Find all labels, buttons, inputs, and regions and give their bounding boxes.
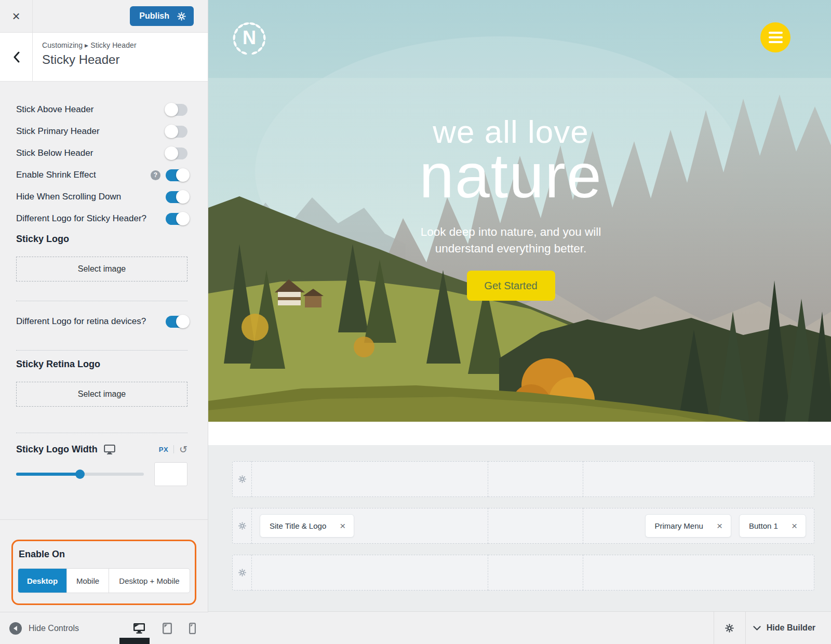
enable-on-mobile-button[interactable]: Mobile bbox=[67, 569, 109, 593]
enable-on-button-group: Desktop Mobile Desktop + Mobile bbox=[18, 568, 190, 593]
collapse-arrow-icon bbox=[9, 622, 22, 635]
breadcrumb: Customizing ▸ Sticky Header bbox=[42, 41, 137, 49]
toggle-retina-logo[interactable] bbox=[166, 316, 187, 328]
back-button[interactable] bbox=[0, 33, 33, 81]
publish-label: Publish bbox=[139, 11, 169, 21]
builder-cell-left[interactable]: Site Title & Logo × bbox=[252, 508, 488, 544]
enable-on-desktop-mobile-button[interactable]: Desktop + Mobile bbox=[109, 569, 190, 593]
select-sticky-retina-logo-button[interactable]: Select image bbox=[16, 382, 187, 407]
setting-label: Different Logo for retina devices? bbox=[16, 316, 166, 327]
publish-settings-gear-icon[interactable] bbox=[177, 11, 186, 21]
toggle-knob bbox=[165, 146, 178, 160]
toggle-hide-when-scrolling-down[interactable] bbox=[166, 191, 187, 203]
mobile-preview-icon[interactable] bbox=[189, 623, 196, 634]
toggle-knob bbox=[176, 212, 190, 225]
enable-on-desktop-button[interactable]: Desktop bbox=[18, 569, 67, 593]
customizer-topbar: × Publish bbox=[0, 0, 208, 33]
publish-button[interactable]: Publish bbox=[130, 6, 194, 26]
setting-label: Stick Below Header bbox=[16, 148, 166, 158]
header-builder: Site Title & Logo × Primary Menu × Butto… bbox=[208, 445, 831, 611]
reset-icon[interactable]: ↺ bbox=[179, 445, 187, 454]
setting-stick-below-header: Stick Below Header bbox=[16, 146, 187, 160]
page-title: Sticky Header bbox=[42, 52, 137, 67]
customizer-sidebar: × Publish Customizing ▸ Sticky Header St… bbox=[0, 0, 208, 644]
setting-different-logo-sticky-header: Different Logo for Sticky Header? bbox=[16, 212, 187, 225]
toggle-different-logo-sticky-header[interactable] bbox=[166, 213, 187, 225]
setting-stick-above-header: Stick Above Header bbox=[16, 103, 187, 116]
chip-button-1[interactable]: Button 1 × bbox=[739, 514, 806, 538]
row-settings-button[interactable] bbox=[232, 555, 252, 591]
hero-heading-line2: nature bbox=[208, 150, 813, 201]
slider-thumb[interactable] bbox=[75, 469, 85, 479]
wordpress-customizer: × Publish Customizing ▸ Sticky Header St… bbox=[0, 0, 831, 644]
logo-width-input[interactable] bbox=[154, 462, 187, 486]
sticky-logo-width-heading: Sticky Logo Width bbox=[16, 444, 98, 455]
setting-hide-when-scrolling-down: Hide When Scrolling Down bbox=[16, 190, 187, 204]
select-sticky-logo-button[interactable]: Select image bbox=[16, 257, 187, 281]
divider bbox=[173, 445, 174, 453]
sticky-retina-logo-heading: Sticky Retina Logo bbox=[16, 359, 187, 371]
builder-cell-center[interactable] bbox=[488, 461, 583, 497]
separator bbox=[16, 301, 187, 301]
setting-retina-logo: Different Logo for retina devices? bbox=[16, 315, 187, 328]
unit-px-button[interactable]: PX bbox=[159, 446, 168, 453]
builder-cell-center[interactable] bbox=[488, 555, 583, 591]
builder-cell-right[interactable] bbox=[583, 555, 814, 591]
active-device-indicator bbox=[119, 638, 150, 644]
desktop-responsive-icon[interactable] bbox=[104, 445, 115, 454]
hide-controls-label: Hide Controls bbox=[29, 624, 79, 633]
builder-cell-center[interactable] bbox=[488, 508, 583, 544]
close-icon: × bbox=[12, 8, 20, 24]
enable-on-heading: Enable On bbox=[19, 549, 190, 560]
preview-device-switcher bbox=[133, 623, 196, 634]
toggle-knob bbox=[176, 190, 190, 204]
builder-row-below bbox=[232, 555, 814, 591]
remove-icon[interactable]: × bbox=[340, 521, 345, 531]
hide-controls-button[interactable]: Hide Controls bbox=[9, 622, 79, 635]
toggle-knob bbox=[176, 315, 190, 328]
sticky-logo-width-row: Sticky Logo Width PX ↺ bbox=[16, 442, 187, 456]
hide-builder-button[interactable]: Hide Builder bbox=[746, 612, 831, 644]
row-settings-button[interactable] bbox=[232, 508, 252, 544]
remove-icon[interactable]: × bbox=[717, 521, 722, 531]
toggle-stick-primary-header[interactable] bbox=[166, 126, 187, 138]
toggle-enable-shrink-effect[interactable] bbox=[166, 169, 187, 181]
setting-label: Stick Primary Header bbox=[16, 126, 166, 137]
setting-label: Different Logo for Sticky Header? bbox=[16, 213, 166, 224]
sticky-header-controls: Stick Above Header Stick Primary Header … bbox=[0, 81, 208, 605]
builder-cell-right[interactable]: Primary Menu × Button 1 × bbox=[583, 508, 814, 544]
help-icon[interactable]: ? bbox=[151, 170, 160, 180]
separator bbox=[16, 350, 187, 351]
separator bbox=[0, 519, 208, 520]
logo-width-slider[interactable] bbox=[16, 473, 144, 476]
close-customizer-button[interactable]: × bbox=[0, 0, 33, 32]
setting-stick-primary-header: Stick Primary Header bbox=[16, 125, 187, 138]
builder-cell-left[interactable] bbox=[252, 461, 488, 497]
separator bbox=[16, 433, 187, 433]
builder-bottom-bar: Hide Builder bbox=[208, 611, 831, 644]
setting-label: Hide When Scrolling Down bbox=[16, 192, 166, 202]
chevron-left-icon bbox=[13, 51, 20, 63]
builder-row-above bbox=[232, 461, 814, 497]
tablet-preview-icon[interactable] bbox=[163, 623, 172, 634]
chip-site-title-logo[interactable]: Site Title & Logo × bbox=[260, 514, 354, 538]
sticky-logo-heading: Sticky Logo bbox=[16, 234, 187, 246]
enable-on-highlight-box: Enable On Desktop Mobile Desktop + Mobil… bbox=[11, 540, 196, 605]
get-started-button[interactable]: Get Started bbox=[467, 271, 555, 301]
setting-label: Stick Above Header bbox=[16, 104, 166, 115]
gear-icon bbox=[238, 568, 247, 577]
builder-settings-button[interactable] bbox=[714, 612, 746, 644]
row-settings-button[interactable] bbox=[232, 461, 252, 497]
toggle-knob bbox=[165, 125, 178, 138]
remove-icon[interactable]: × bbox=[792, 521, 797, 531]
builder-cell-left[interactable] bbox=[252, 555, 488, 591]
desktop-preview-icon[interactable] bbox=[133, 623, 145, 634]
chip-primary-menu[interactable]: Primary Menu × bbox=[645, 514, 731, 538]
builder-cell-right[interactable] bbox=[583, 461, 814, 497]
toggle-stick-below-header[interactable] bbox=[166, 147, 187, 159]
sticky-logo-width-control bbox=[16, 462, 187, 486]
hero-content: we all love nature Look deep into nature… bbox=[208, 0, 813, 301]
panel-head-text: Customizing ▸ Sticky Header Sticky Heade… bbox=[42, 41, 137, 67]
site-preview: N we all love nature Look deep into natu… bbox=[208, 0, 831, 644]
toggle-stick-above-header[interactable] bbox=[166, 104, 187, 116]
